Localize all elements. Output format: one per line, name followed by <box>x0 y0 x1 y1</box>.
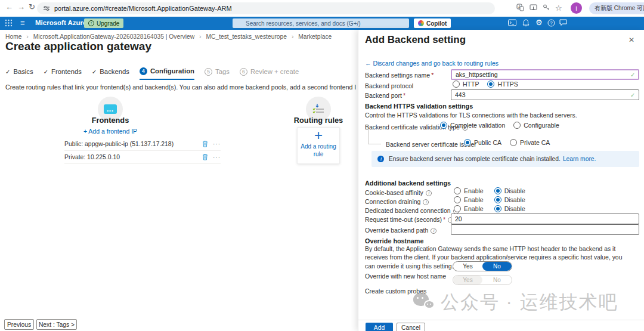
routing-rules-title: Routing rules <box>277 116 358 125</box>
step-number-badge: 4 <box>140 67 147 75</box>
cloud-shell-icon[interactable] <box>508 19 516 28</box>
delete-trash-icon[interactable] <box>202 140 208 149</box>
copilot-button[interactable]: Copilot <box>414 18 451 28</box>
help-icon[interactable]: ? <box>547 19 555 29</box>
tab-review-create[interactable]: 6Review + create <box>240 67 299 80</box>
feedback-icon[interactable] <box>559 19 567 28</box>
field-label-cert-issuer: Backend server certificate issuer <box>386 141 476 148</box>
radio-public-ca[interactable] <box>464 139 471 146</box>
learn-more-link[interactable]: Learn more. <box>563 156 596 162</box>
tab-basics[interactable]: ✓Basics <box>5 67 33 80</box>
frontend-row-text: Public: appgw-public-ip (51.137.17.218) <box>64 141 202 147</box>
dedicated-connection-radios: Enable Disable <box>454 205 534 212</box>
breadcrumb-resource-group[interactable]: MC_test_testaks_westeurope <box>206 33 287 40</box>
back-icon[interactable]: ← <box>5 2 13 11</box>
info-icon[interactable]: i <box>426 190 432 196</box>
tab-label: Backends <box>100 68 129 75</box>
reload-icon[interactable]: ↻ <box>29 2 35 11</box>
next-tags-button[interactable]: Next : Tags > <box>36 319 77 330</box>
discard-back-link[interactable]: ← Discard changes and go back to routing… <box>365 60 499 67</box>
watermark: 公众号 · 运维技术吧 <box>413 290 618 315</box>
breadcrumb-home[interactable]: Home <box>5 33 21 40</box>
radio-complete-validation[interactable] <box>440 122 447 129</box>
radio-affinity-disable[interactable] <box>494 187 501 194</box>
close-icon[interactable]: ✕ <box>628 36 634 44</box>
radio-http[interactable] <box>453 81 460 88</box>
radio-dedicated-enable[interactable] <box>454 205 461 212</box>
row-menu-icon[interactable]: ··· <box>213 154 221 160</box>
radio-private-ca[interactable] <box>510 139 517 146</box>
override-host-toggle-disabled: Yes No <box>453 275 512 285</box>
panel-footer: Add Cancel <box>358 320 644 331</box>
notifications-bell-icon[interactable] <box>522 19 530 29</box>
tab-configuration[interactable]: 4Configuration <box>140 67 194 80</box>
radio-label: HTTPS <box>497 81 518 88</box>
url-text[interactable]: portal.azure.com/#create/Microsoft.Appli… <box>54 5 232 12</box>
browser-profile-avatar[interactable]: i <box>571 2 582 14</box>
radio-configurable[interactable] <box>513 122 521 129</box>
request-timeout-input[interactable] <box>451 214 639 224</box>
frontend-row-public[interactable]: Public: appgw-public-ip (51.137.17.218) … <box>64 138 221 151</box>
breadcrumb-separator: › <box>199 33 201 40</box>
backend-settings-name-input[interactable] <box>451 69 639 80</box>
configuration-description: Create routing rules that link your fron… <box>5 83 356 91</box>
tab-frontends[interactable]: ✓Frontends <box>44 67 82 80</box>
override-host-toggle[interactable]: Yes No <box>453 261 512 271</box>
chrome-update-chip[interactable]: 有新版 Chrome 可用 <box>589 2 644 14</box>
tab-backends[interactable]: ✓Backends <box>92 67 129 80</box>
required-asterisk: * <box>443 216 445 223</box>
radio-https[interactable] <box>487 81 494 88</box>
field-label-backend-protocol: Backend protocol <box>365 82 413 89</box>
radio-label: Disable <box>504 187 525 194</box>
field-label-override-host-name: Override with new host name <box>365 273 446 280</box>
site-info-icon[interactable] <box>43 5 50 12</box>
cast-icon[interactable] <box>530 4 537 13</box>
radio-label: HTTP <box>463 81 479 88</box>
upgrade-button[interactable]: ↑ Upgrade <box>84 18 123 28</box>
forward-icon[interactable]: → <box>17 2 25 11</box>
toggle-yes: Yes <box>453 276 482 284</box>
override-backend-path-input[interactable] <box>451 224 639 235</box>
backend-port-input[interactable] <box>451 89 639 100</box>
add-button[interactable]: Add <box>366 323 393 331</box>
radio-dedicated-disable[interactable] <box>494 205 501 212</box>
hamburger-menu-icon[interactable]: ≡ <box>20 19 25 27</box>
page-title: Create application gateway <box>5 40 151 53</box>
previous-button[interactable]: Previous <box>4 319 34 330</box>
add-routing-rule-card[interactable]: + Add a routing rule <box>297 127 340 164</box>
toggle-no[interactable]: No <box>482 262 512 271</box>
row-menu-icon[interactable]: ··· <box>213 141 221 147</box>
frontend-list: Public: appgw-public-ip (51.137.17.218) … <box>64 138 221 164</box>
app-launcher-icon[interactable] <box>5 18 13 29</box>
svg-text:?: ? <box>550 20 553 26</box>
info-icon[interactable]: i <box>423 199 429 205</box>
tab-tags[interactable]: 5Tags <box>205 67 230 80</box>
address-bar[interactable]: portal.azure.com/#create/Microsoft.Appli… <box>37 2 495 14</box>
browser-menu-icon[interactable]: ⋮ <box>637 3 644 12</box>
bookmark-star-icon[interactable]: ☆ <box>555 4 562 13</box>
azure-brand[interactable]: Microsoft Azure <box>35 19 86 26</box>
global-search-input[interactable] <box>233 18 409 28</box>
add-frontend-ip-link[interactable]: + Add a frontend IP <box>69 128 152 135</box>
password-key-icon[interactable] <box>543 4 550 13</box>
delete-trash-icon[interactable] <box>202 153 208 162</box>
breadcrumb-marketplace[interactable]: Marketplace <box>298 33 332 40</box>
info-icon[interactable]: i <box>431 228 436 234</box>
radio-affinity-enable[interactable] <box>454 187 461 194</box>
page-title-menu-icon[interactable]: ··· <box>143 44 152 52</box>
frontend-row-private[interactable]: Private: 10.225.0.10 ··· <box>64 151 221 164</box>
field-label-cookie-affinity: Cookie-based affinityi <box>365 189 432 196</box>
field-label-backend-port: Backend port* <box>365 92 405 99</box>
toggle-yes[interactable]: Yes <box>453 262 482 271</box>
radio-draining-disable[interactable] <box>494 196 501 203</box>
panel-title: Add Backend setting <box>365 34 466 46</box>
cert-issuer-radios: Public CA Private CA <box>464 139 558 146</box>
breadcrumb-overview[interactable]: Microsoft.ApplicationGateway-20260328164… <box>33 33 195 40</box>
radio-draining-enable[interactable] <box>454 196 461 203</box>
radio-label: Complete validation <box>450 122 505 129</box>
copilot-label: Copilot <box>426 20 447 27</box>
translate-icon[interactable]: A <box>516 4 524 13</box>
frontend-glyph: ••• <box>104 104 117 114</box>
cancel-button[interactable]: Cancel <box>397 323 425 331</box>
settings-gear-icon[interactable]: ⚙ <box>535 18 543 27</box>
